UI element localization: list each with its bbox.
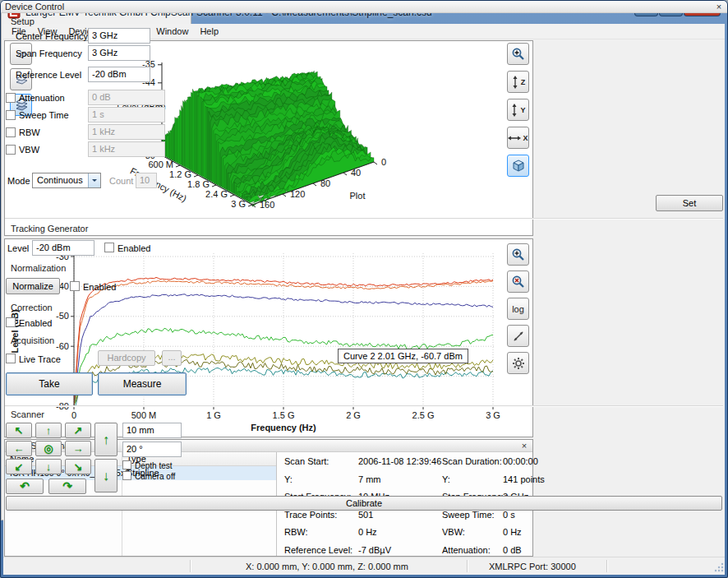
status-bar: X: 0.000 mm, Y: 0.000 mm, Z: 0.000 mm XM… [3,557,725,575]
mode-select[interactable]: Continuous [32,173,101,188]
line-plot[interactable]: 0500 M1 G1.5 G2 G2.5 G3 G-30-40-50-60-70… [5,239,532,437]
probe-up-button[interactable]: ↑ [94,423,117,456]
status-divider [606,560,608,572]
reference-level-input[interactable]: -20 dBm [88,67,150,82]
rbw-checkbox[interactable] [6,127,16,137]
scanner-angle-input[interactable]: 20 ° [122,442,182,457]
device-control-header: Device Control × [1,1,727,13]
app-window: Langer EMV-Technik GmbH ChipScan-Scanner… [0,0,728,578]
setup-section-title: Setup [11,16,35,26]
device-control-close-icon[interactable]: × [714,1,724,12]
camera-off-checkbox[interactable] [122,471,131,480]
info-value: -7 dBµV [358,545,391,555]
more-button: ... [162,350,182,366]
move-down-right-button[interactable]: ↘ [65,459,91,474]
info-row: Y:7 mmY:141 points [276,472,532,490]
calibrate-button[interactable]: Calibrate [6,496,722,511]
svg-text:500 M: 500 M [131,410,157,420]
vbw-checkbox[interactable] [6,145,16,155]
home-button[interactable]: ◎ [35,441,62,456]
info-label: VBW: [442,527,465,537]
status-xmlrpc: XMLRPC Port: 30000 [489,562,576,571]
move-right-button[interactable]: → [65,441,91,456]
tracking-enabled-checkbox[interactable] [104,243,114,252]
acquisition-title: Acquisition [11,335,54,345]
svg-text:-60: -60 [56,341,69,351]
camera-off-label: Camera off [135,472,175,481]
info-label: RBW: [284,527,308,537]
scanner-step-input[interactable]: 10 mm [122,423,182,438]
set-button[interactable]: Set [656,195,723,211]
setup-row-vbw: VBW1 kHz [1,141,727,159]
normalization-enabled-checkbox[interactable] [70,281,80,291]
info-label: Reference Level: [284,545,352,555]
svg-text:-50: -50 [56,311,69,321]
status-divider [467,560,468,572]
setup-row-sweep-time: Sweep Time1 s [1,107,727,124]
sweep-time-checkbox[interactable] [6,110,16,120]
attenuation-label: Attenuation [19,93,65,103]
rbw-input: 1 kHz [88,124,165,140]
mode-value: Continuous [37,175,83,185]
info-label: Y: [284,474,293,484]
info-label: Y: [442,474,450,484]
setup-row-span-frequency: Span Frequency3 GHz [1,45,727,62]
attenuation-checkbox[interactable] [6,93,16,103]
info-label: Scan Duration: [442,456,502,466]
svg-text:1.8 G: 1.8 G [187,179,210,189]
status-position: X: 0.000 mm, Y: 0.000 mm, Z: 0.000 mm [246,562,408,571]
depth-test-label: Depth test [135,461,173,470]
zoom-in-icon[interactable] [507,243,529,266]
info-label: Sweep Time: [442,510,495,520]
normalize-button[interactable]: Normalize [6,278,60,294]
probe-down-button[interactable]: ↓ [94,459,117,492]
move-down-left-button[interactable]: ↙ [6,459,32,474]
live-trace-checkbox[interactable] [6,354,16,363]
move-left-button[interactable]: ← [6,441,32,456]
svg-text:3 G: 3 G [486,410,500,420]
info-value: 0 Hz [358,527,377,537]
normalization-enabled-label: Enabled [83,282,116,292]
move-up-button[interactable]: ↑ [35,423,62,438]
info-value: 2006-11-08 12:39:46 [358,456,441,466]
attenuation-input: 0 dB [88,90,165,105]
move-down-button[interactable]: ↓ [35,459,62,474]
log-scale-button[interactable]: log [507,298,529,320]
move-up-right-button[interactable]: ↗ [65,423,91,438]
depth-test-checkbox[interactable] [122,460,131,469]
center-frequency-input[interactable]: 3 GHz [88,28,150,44]
rotate-right-button[interactable]: ↷ [48,479,86,494]
tracking-level-input[interactable]: -20 dBm [32,240,94,256]
mode-label: Mode [7,176,30,186]
move-up-left-button[interactable]: ↖ [6,423,32,438]
svg-text:120: 120 [290,189,305,199]
rbw-label: RBW [19,127,40,137]
span-frequency-input[interactable]: 3 GHz [88,45,150,61]
scanner-title: Scanner [11,409,44,419]
zoom-reset-icon[interactable] [507,271,529,293]
resize-grip[interactable] [714,562,724,574]
svg-text:2 G: 2 G [346,410,361,420]
svg-text:600 M: 600 M [148,160,173,169]
live-trace-label: Live Trace [19,354,61,364]
settings-gear-icon[interactable] [507,352,529,374]
correction-enabled-checkbox[interactable] [6,317,16,327]
info-value: 7 mm [358,474,381,484]
measure-button[interactable]: Measure [98,372,187,395]
rotate-left-button[interactable]: ↶ [6,479,44,494]
setup-row-reference-level: Reference Level-20 dBm [1,67,727,84]
data-set-manager-close-icon[interactable]: × [519,440,529,451]
info-label: Attenuation: [442,545,491,555]
chevron-down-icon [88,173,100,187]
info-value: 141 points [503,474,545,484]
line-plot-panel: 0500 M1 G1.5 G2 G2.5 G3 G-30-40-50-60-70… [4,238,533,437]
status-divider [190,560,191,572]
center-frequency-label: Center Frequency [16,31,88,41]
setup-row-center-frequency: Center Frequency3 GHz [1,28,727,45]
device-control-title: Device Control [5,2,64,12]
setup-row-attenuation: Attenuation0 dB [1,90,727,107]
axis-scale-icon[interactable] [507,325,529,347]
svg-text:Frequency (Hz): Frequency (Hz) [251,423,316,432]
take-button[interactable]: Take [6,372,93,395]
info-value: 0 Hz [503,527,522,537]
